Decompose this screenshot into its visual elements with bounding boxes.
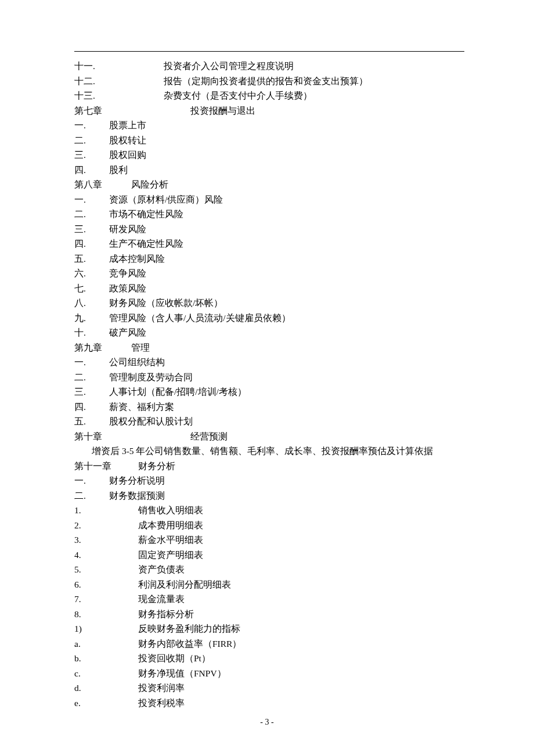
line-number: 2. xyxy=(74,518,138,533)
line-number: 十一. xyxy=(74,59,164,74)
line-number: 一. xyxy=(74,355,109,370)
toc-line: d.投资利润率 xyxy=(74,681,464,696)
line-text: 管理制度及劳动合同 xyxy=(109,370,193,385)
line-text: 股利 xyxy=(109,163,128,178)
toc-line: 一.财务分析说明 xyxy=(74,473,464,488)
line-number: 二. xyxy=(74,370,109,385)
line-text: 成本控制风险 xyxy=(109,251,165,267)
line-text: 财务指标分析 xyxy=(138,607,194,622)
line-number: 一. xyxy=(74,473,109,488)
toc-line: 四.股利 xyxy=(74,163,464,178)
toc-line: 1.销售收入明细表 xyxy=(74,503,464,518)
toc-line: 八.财务风险（应收帐款/坏帐） xyxy=(74,296,464,311)
toc-line: 六.竞争风险 xyxy=(74,266,464,281)
line-number: 一. xyxy=(74,118,109,133)
line-text: 股权回购 xyxy=(109,147,146,163)
line-number: 四. xyxy=(74,163,109,178)
line-text: 市场不确定性风险 xyxy=(109,207,183,222)
line-number: 8. xyxy=(74,607,138,622)
toc-line: 十一.投资者介入公司管理之程度说明 xyxy=(74,59,464,74)
line-number: 6. xyxy=(74,577,138,592)
toc-line: 第十章经营预测 xyxy=(74,429,464,444)
toc-line: 三.人事计划（配备/招聘/培训/考核） xyxy=(74,384,464,399)
line-number: 第十章 xyxy=(74,429,190,444)
toc-line: 一.股票上市 xyxy=(74,118,464,133)
line-text: 研发风险 xyxy=(109,222,146,237)
line-number: 二. xyxy=(74,488,109,503)
page-number: - 3 - xyxy=(0,718,534,727)
document-body: 十一.投资者介入公司管理之程度说明十二.报告（定期向投资者提供的报告和资金支出预… xyxy=(74,59,464,710)
toc-line: 第八章风险分析 xyxy=(74,177,464,192)
toc-line: 十.破产风险 xyxy=(74,325,464,340)
line-number: 十. xyxy=(74,325,109,340)
line-text: 政策风险 xyxy=(109,281,146,296)
toc-line: 8.财务指标分析 xyxy=(74,607,464,622)
line-number: 五. xyxy=(74,251,109,267)
line-text: 投资利润率 xyxy=(138,681,185,696)
line-text: 经营预测 xyxy=(190,429,228,444)
line-text: 人事计划（配备/招聘/培训/考核） xyxy=(109,384,247,399)
line-text: 资源（原材料/供应商）风险 xyxy=(109,192,223,207)
toc-line: 三.研发风险 xyxy=(74,222,464,237)
toc-line: 6.利润及利润分配明细表 xyxy=(74,577,464,592)
line-text: 杂费支付（是否支付中介人手续费） xyxy=(164,88,312,103)
line-text: 投资报酬与退出 xyxy=(190,103,255,118)
line-number: 八. xyxy=(74,296,109,311)
line-number: e. xyxy=(74,696,138,711)
line-number: 第七章 xyxy=(74,103,190,118)
line-text: 股票上市 xyxy=(109,118,146,133)
toc-line: 五.股权分配和认股计划 xyxy=(74,414,464,429)
line-number: 二. xyxy=(74,133,109,148)
toc-line: 5.资产负债表 xyxy=(74,562,464,577)
line-text: 风险分析 xyxy=(131,177,168,192)
line-number: 六. xyxy=(74,266,109,281)
line-text: 现金流量表 xyxy=(138,592,185,607)
toc-line: 1)反映财务盈利能力的指标 xyxy=(74,621,464,636)
line-number: 四. xyxy=(74,236,109,251)
line-text: 固定资产明细表 xyxy=(138,548,203,563)
line-text: 反映财务盈利能力的指标 xyxy=(138,621,240,636)
toc-line: 二.市场不确定性风险 xyxy=(74,207,464,222)
toc-line: 十三.杂费支付（是否支付中介人手续费） xyxy=(74,88,464,103)
toc-line: b.投资回收期（Pt） xyxy=(74,651,464,666)
line-number: 1) xyxy=(74,621,138,636)
line-text: 生产不确定性风险 xyxy=(109,236,183,251)
toc-line: 四.生产不确定性风险 xyxy=(74,236,464,251)
header-rule xyxy=(74,51,464,52)
line-number: 一. xyxy=(74,192,109,207)
page: 十一.投资者介入公司管理之程度说明十二.报告（定期向投资者提供的报告和资金支出预… xyxy=(0,0,534,756)
line-text: 利润及利润分配明细表 xyxy=(138,577,231,592)
line-number: c. xyxy=(74,666,138,681)
line-number: d. xyxy=(74,681,138,696)
line-number: 十二. xyxy=(74,74,164,89)
toc-line: 3.薪金水平明细表 xyxy=(74,532,464,548)
line-number: 4. xyxy=(74,548,138,563)
toc-line: 三.股权回购 xyxy=(74,147,464,163)
line-text: 薪资、福利方案 xyxy=(109,399,174,415)
toc-line: 第十一章财务分析 xyxy=(74,459,464,474)
toc-line: 一.资源（原材料/供应商）风险 xyxy=(74,192,464,207)
line-number: b. xyxy=(74,651,138,666)
line-text: 财务数据预测 xyxy=(109,488,165,503)
line-number: 七. xyxy=(74,281,109,296)
toc-line: 二.财务数据预测 xyxy=(74,488,464,503)
toc-line: 4.固定资产明细表 xyxy=(74,548,464,563)
line-text: 管理风险（含人事/人员流动/关键雇员依赖） xyxy=(109,311,291,326)
line-text: 股权分配和认股计划 xyxy=(109,414,193,429)
toc-line: 七.政策风险 xyxy=(74,281,464,296)
line-text: 投资者介入公司管理之程度说明 xyxy=(164,59,294,74)
toc-line: 二.股权转让 xyxy=(74,133,464,148)
line-number: 九. xyxy=(74,311,109,326)
toc-line: 第七章投资报酬与退出 xyxy=(74,103,464,118)
line-text: 投资利税率 xyxy=(138,696,185,711)
line-number: 三. xyxy=(74,222,109,237)
line-text: 财务净现值（FNPV） xyxy=(138,666,226,681)
line-text: 增资后 3-5 年公司销售数量、销售额、毛利率、成长率、投资报酬率预估及计算依据 xyxy=(92,444,433,459)
line-text: 财务风险（应收帐款/坏帐） xyxy=(109,296,223,311)
line-text: 报告（定期向投资者提供的报告和资金支出预算） xyxy=(164,74,368,89)
toc-line: 五.成本控制风险 xyxy=(74,251,464,267)
line-text: 资产负债表 xyxy=(138,562,185,577)
line-text: 财务分析说明 xyxy=(109,473,165,488)
toc-line: 第九章管理 xyxy=(74,340,464,355)
line-number: 十三. xyxy=(74,88,164,103)
